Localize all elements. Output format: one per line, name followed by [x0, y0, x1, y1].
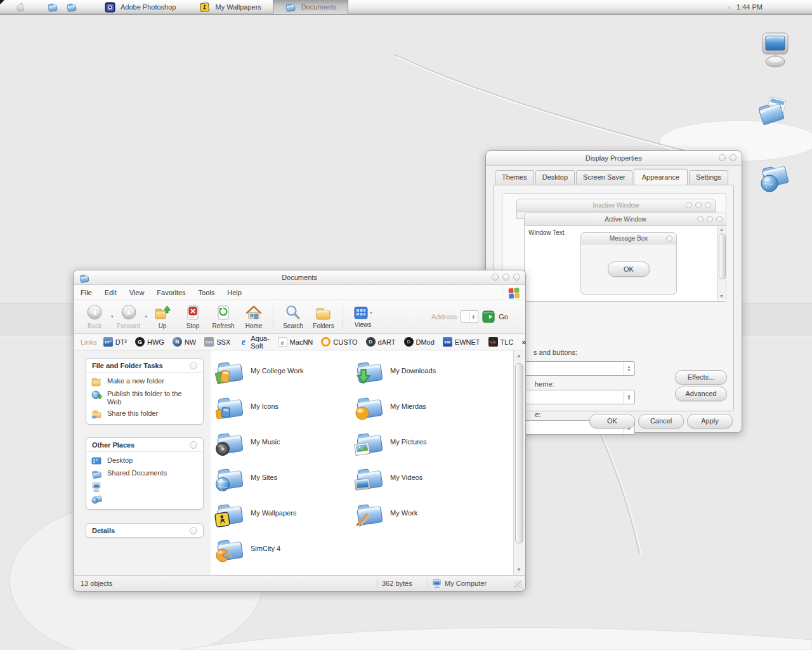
task-link[interactable]: Make a new folder: [91, 377, 198, 387]
link-item[interactable]: D dART: [366, 335, 396, 350]
menu-bar: FileEditViewFavoritesToolsHelp: [74, 285, 525, 300]
tab[interactable]: Settings: [689, 170, 728, 186]
scroll-up-icon[interactable]: ▲: [514, 353, 524, 359]
screen-corner: [0, 0, 4, 4]
menu-item[interactable]: View: [123, 289, 151, 296]
close-icon[interactable]: [730, 154, 737, 161]
file-item[interactable]: My Sites: [215, 460, 355, 495]
menu-item[interactable]: File: [74, 289, 98, 296]
favicon: G: [135, 337, 145, 347]
tab[interactable]: Themes: [495, 170, 534, 186]
file-item[interactable]: My Icons: [215, 388, 355, 424]
vertical-scrollbar[interactable]: ▲ ▼: [513, 350, 525, 575]
panel-collapse-icon[interactable]: [190, 441, 197, 449]
color-scheme-select[interactable]: ▲▼: [513, 390, 635, 404]
file-item[interactable]: My Downloads: [355, 353, 494, 388]
file-item[interactable]: My Wallpapers: [215, 495, 355, 531]
link-item[interactable]: G HWG: [135, 335, 164, 350]
effects-button[interactable]: Effects...: [675, 370, 727, 385]
link-item[interactable]: SSX SSX: [204, 335, 230, 350]
file-item[interactable]: My Videos: [355, 460, 494, 495]
tab[interactable]: Appearance: [634, 169, 688, 185]
forward-button[interactable]: Forward: [114, 303, 144, 331]
link-item[interactable]: D DMod: [404, 335, 435, 350]
folders-button[interactable]: Folders: [308, 303, 339, 331]
panel-collapse-icon[interactable]: [190, 362, 197, 369]
search-button[interactable]: Search: [278, 303, 308, 331]
link-item[interactable]: EW EWNET: [443, 335, 480, 350]
desktop-icon-network-folder[interactable]: [757, 159, 794, 197]
dialog-titlebar[interactable]: Display Properties: [486, 151, 742, 166]
place-link[interactable]: [91, 482, 198, 491]
links-overflow-icon[interactable]: »: [521, 338, 526, 347]
tab[interactable]: Desktop: [535, 170, 575, 186]
link-item[interactable]: DT² DT²: [103, 335, 127, 350]
task-button[interactable]: My Wallpapers: [187, 0, 272, 14]
task-button[interactable]: Adobe Photoshop: [93, 0, 187, 14]
menu-item[interactable]: Edit: [98, 289, 123, 296]
panel-title: Other Places: [92, 441, 134, 449]
clock[interactable]: 1:44 PM: [737, 3, 763, 11]
link-item[interactable]: CUSTO: [321, 335, 357, 350]
menu-item[interactable]: Tools: [192, 289, 221, 296]
windows-and-buttons-select[interactable]: ▲▼: [513, 361, 635, 376]
close-icon[interactable]: [513, 274, 520, 281]
folder-icon: [215, 534, 244, 563]
quick-launch: [47, 1, 77, 13]
tab[interactable]: Screen Saver: [576, 170, 632, 186]
link-item[interactable]: e Aqua-Soft: [239, 335, 269, 350]
maximize-icon[interactable]: [502, 274, 509, 281]
address-input[interactable]: ▲▼: [461, 310, 478, 323]
link-item[interactable]: LG TLC: [488, 335, 514, 350]
size-indicator: 362 bytes: [382, 580, 424, 587]
resize-grip[interactable]: [514, 581, 522, 588]
go-icon[interactable]: [482, 310, 495, 323]
favicon: DT²: [103, 337, 113, 347]
place-link[interactable]: [91, 494, 198, 504]
cancel-button[interactable]: Cancel: [638, 414, 684, 428]
task-button[interactable]: Documents: [273, 0, 349, 14]
favicon: D: [366, 337, 376, 347]
views-button[interactable]: ▾ Views: [348, 304, 378, 329]
file-item[interactable]: My Work: [355, 495, 494, 531]
folder-badge-icon: [214, 367, 233, 386]
home-button[interactable]: Home: [239, 303, 269, 331]
file-item[interactable]: My Music: [215, 424, 355, 460]
scrollbar-thumb[interactable]: [515, 363, 523, 543]
back-button[interactable]: Back: [79, 303, 110, 331]
quick-launch-folder-icon[interactable]: [66, 1, 77, 13]
links-items: DT² DT² G HWG N NW SSX SSX: [103, 335, 522, 350]
place-link[interactable]: Desktop: [91, 456, 198, 466]
scroll-down-icon[interactable]: ▼: [514, 567, 524, 573]
link-item[interactable]: e MacNN: [278, 335, 313, 350]
favicon: N: [173, 337, 182, 347]
task-link[interactable]: Share this folder: [91, 409, 198, 419]
clock-chevron-icon[interactable]: ‹: [728, 4, 730, 11]
file-item[interactable]: SimCity 4: [215, 531, 355, 566]
desktop-icon-my-computer[interactable]: [757, 30, 794, 69]
advanced-button[interactable]: Advanced: [675, 387, 727, 401]
favicon: e: [239, 337, 248, 347]
quick-launch-folder-icon[interactable]: [47, 1, 58, 13]
window-button-icon[interactable]: [719, 154, 726, 161]
minimize-icon[interactable]: [492, 274, 499, 281]
file-item[interactable]: My College Work: [215, 353, 355, 388]
link-item[interactable]: N NW: [173, 335, 196, 350]
apple-menu-icon[interactable]: [14, 1, 25, 13]
folder-badge-icon: [214, 402, 233, 421]
stop-button[interactable]: Stop: [178, 303, 208, 331]
ok-button[interactable]: OK: [589, 414, 635, 428]
window-titlebar[interactable]: Documents: [74, 270, 525, 285]
desktop-icon-my-documents[interactable]: [757, 94, 794, 132]
refresh-button[interactable]: Refresh: [208, 303, 239, 331]
file-name: My Videos: [390, 474, 422, 481]
file-item[interactable]: My Pictures: [355, 424, 494, 460]
menu-item[interactable]: Help: [221, 289, 248, 296]
up-button[interactable]: Up: [147, 303, 178, 331]
task-link[interactable]: Publish this folder to the Web: [91, 390, 198, 406]
file-item[interactable]: My Mierdas: [355, 388, 494, 424]
menu-item[interactable]: Favorites: [150, 289, 192, 296]
panel-collapse-icon[interactable]: [190, 527, 197, 534]
apply-button[interactable]: Apply: [687, 414, 733, 428]
place-link[interactable]: Shared Documents: [91, 469, 198, 479]
